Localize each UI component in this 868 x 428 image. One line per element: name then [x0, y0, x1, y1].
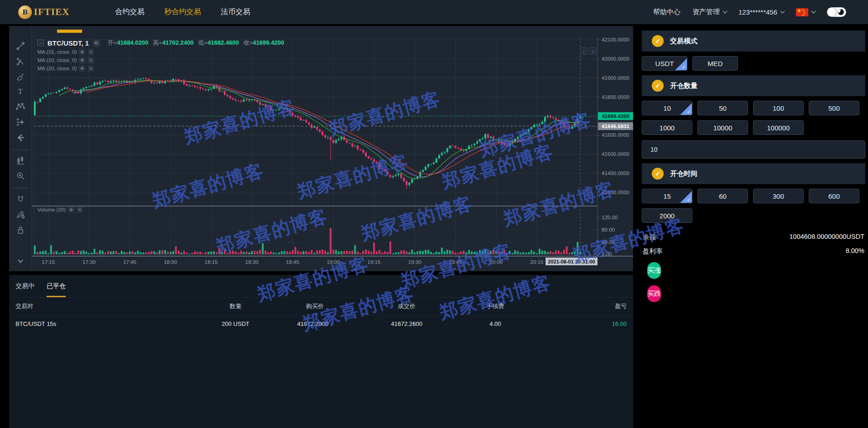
svg-text:120.00: 120.00: [602, 215, 618, 220]
toolbar-divider: [13, 150, 28, 150]
lock-tool[interactable]: [14, 225, 27, 236]
trend-line-tool[interactable]: [14, 41, 27, 52]
toolbar-divider: [13, 188, 28, 188]
svg-text:17:30: 17:30: [83, 259, 96, 265]
amount-option-10[interactable]: 10: [642, 101, 692, 115]
time-option-300[interactable]: 300: [753, 189, 804, 203]
nav-fiat-trade[interactable]: 法币交易: [221, 7, 250, 17]
table-header-row: 交易对 数量 购买价 成交价 手续费 盈亏: [9, 298, 633, 315]
amount-option-100[interactable]: 100: [753, 101, 804, 115]
svg-text:18:45: 18:45: [286, 259, 299, 265]
cell-fee: 4.00: [456, 320, 535, 327]
buy-down-button[interactable]: 买跌: [647, 285, 661, 302]
order-panel: ✓ 交易模式 USDT MED ✓ 开仓数量 10 50 100 500 100…: [639, 26, 868, 428]
low-label: 低=: [198, 39, 208, 46]
amount-option-50[interactable]: 50: [697, 101, 748, 115]
gear-icon[interactable]: [79, 49, 85, 55]
chart-style-tool[interactable]: [14, 155, 27, 166]
profit-rate-value: 8.00%: [846, 247, 864, 256]
svg-text:19:00: 19:00: [327, 259, 340, 265]
amount-option-10000[interactable]: 10000: [697, 120, 748, 135]
svg-text:17:45: 17:45: [123, 259, 136, 265]
amount-option-100000[interactable]: 100000: [753, 120, 804, 135]
time-option-60[interactable]: 60: [697, 189, 748, 203]
close-icon[interactable]: ×: [88, 57, 94, 63]
asset-management-menu[interactable]: 资产管理: [692, 8, 727, 16]
header-profit: 盈亏: [535, 302, 627, 310]
collapse-legend-icon[interactable]: −: [37, 40, 44, 46]
language-menu[interactable]: ★ ★ ★ ★ ★: [796, 8, 815, 16]
header-deal-price: 成交价: [358, 302, 455, 310]
trade-mode-section-header: ✓ 交易模式: [642, 31, 865, 52]
svg-text:0.00: 0.00: [602, 252, 612, 257]
svg-text:20:15: 20:15: [530, 259, 544, 265]
zoom-in-tool[interactable]: [14, 170, 27, 181]
text-tool[interactable]: T: [14, 87, 27, 97]
buy-up-button[interactable]: 买涨: [647, 262, 661, 279]
help-center-link[interactable]: 帮助中心: [653, 8, 681, 16]
nav-right: 帮助中心 资产管理 123******456 ★ ★ ★ ★ ★: [653, 7, 846, 17]
svg-text:2021-08-01 20:31:00: 2021-08-01 20:31:00: [548, 259, 595, 264]
brush-tool[interactable]: [14, 72, 27, 83]
account-label: 123******456: [738, 8, 777, 16]
mode-option-med[interactable]: MED: [692, 56, 738, 71]
close-icon[interactable]: ×: [77, 206, 83, 213]
toolbar-collapse-chevron-icon[interactable]: [14, 256, 27, 267]
drawing-toolbar: T: [9, 26, 32, 271]
scroll-down-icon[interactable]: ↓: [580, 47, 587, 55]
header-fee: 手续费: [456, 302, 535, 310]
ma-legend-row: MA (15, close, 0) ×: [37, 49, 284, 55]
time-option-2000[interactable]: 2000: [642, 208, 692, 223]
positions-tabs: 交易中 已平仓: [9, 275, 633, 297]
open-time-options: 15 60 300 600 2000: [642, 189, 865, 223]
ma20-label: MA (20, close, 0): [37, 66, 77, 71]
scroll-to-realtime-icon[interactable]: ↕: [589, 47, 597, 55]
chevron-down-icon: [780, 9, 785, 14]
svg-text:19:15: 19:15: [368, 259, 381, 265]
mode-option-usdt[interactable]: USDT: [642, 56, 687, 71]
trade-mode-title: 交易模式: [670, 37, 697, 46]
amount-option-1000[interactable]: 1000: [642, 120, 692, 135]
account-menu[interactable]: 123******456: [738, 8, 784, 16]
logo[interactable]: B IFTIEX: [18, 5, 69, 19]
close-icon[interactable]: ×: [88, 65, 94, 72]
back-arrow-tool[interactable]: [14, 132, 27, 143]
cell-buy-price: 41672.2000↑: [272, 320, 358, 327]
cell-amount: 200 USDT: [199, 320, 272, 327]
ma15-label: MA (15, close, 0): [37, 49, 77, 55]
volume-label: Volume (20): [37, 207, 66, 212]
moon-icon: [838, 9, 844, 15]
gear-icon[interactable]: [79, 65, 85, 72]
pitchfork-tool[interactable]: [14, 56, 27, 67]
gear-icon[interactable]: [93, 39, 100, 47]
time-option-15[interactable]: 15: [642, 189, 692, 203]
nav-second-contract-trade[interactable]: 秒合约交易: [164, 7, 201, 17]
time-option-600[interactable]: 600: [809, 189, 859, 203]
theme-toggle[interactable]: [827, 7, 846, 17]
amount-input[interactable]: [642, 140, 865, 159]
gear-icon[interactable]: [79, 57, 85, 63]
flag-star: ★: [797, 8, 801, 14]
balance-value: 1004608.00000000USDT: [790, 233, 864, 242]
svg-text:18:30: 18:30: [245, 259, 259, 265]
gear-icon[interactable]: [68, 206, 74, 213]
svg-text:41300.0000: 41300.0000: [602, 190, 629, 195]
table-row[interactable]: BTC/USDT 15s 200 USDT 41672.2000↑ 41672.…: [9, 315, 633, 332]
ma-legend-row: MA (20, close, 0) ×: [37, 65, 284, 72]
magnet-tool[interactable]: [14, 194, 27, 205]
chart-symbol-title: BTC/USDT, 1: [47, 39, 89, 47]
flag-star: ★: [802, 14, 804, 16]
open-time-section-header: ✓ 开仓时间: [642, 163, 865, 184]
coin-logo-icon: B: [18, 5, 32, 19]
tab-trading[interactable]: 交易中: [16, 282, 35, 297]
balance-label: 余额: [643, 233, 656, 242]
prediction-tool[interactable]: [14, 117, 27, 128]
svg-text:41699.4200: 41699.4200: [602, 113, 629, 119]
amount-option-500[interactable]: 500: [809, 101, 859, 115]
tab-closed[interactable]: 已平仓: [47, 282, 66, 297]
nav-contract-trade[interactable]: 合约交易: [115, 7, 144, 17]
edit-lock-tool[interactable]: [14, 209, 27, 220]
xabcd-pattern-tool[interactable]: [14, 101, 27, 112]
close-icon[interactable]: ×: [88, 49, 94, 55]
svg-text:41900.0000: 41900.0000: [602, 75, 629, 81]
